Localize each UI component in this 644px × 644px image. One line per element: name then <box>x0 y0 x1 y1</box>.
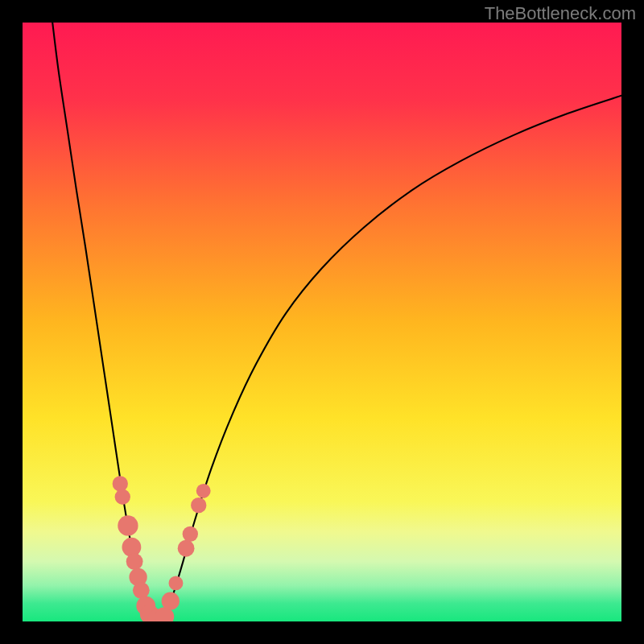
marker-dot <box>133 582 150 599</box>
watermark-text: TheBottleneck.com <box>485 3 636 24</box>
plot-area <box>23 23 621 621</box>
marker-dot <box>113 476 128 491</box>
marker-dot <box>191 497 206 513</box>
marker-dot <box>115 489 130 505</box>
chart-svg <box>23 23 621 621</box>
marker-dot <box>169 576 184 590</box>
marker-dot <box>118 515 138 535</box>
marker-dot <box>162 592 180 610</box>
marker-dot <box>126 553 143 570</box>
marker-dot <box>183 526 198 542</box>
outer-frame: TheBottleneck.com <box>0 0 644 644</box>
marker-dot <box>178 540 195 557</box>
marker-dot <box>196 484 211 498</box>
gradient-bg <box>23 23 621 621</box>
